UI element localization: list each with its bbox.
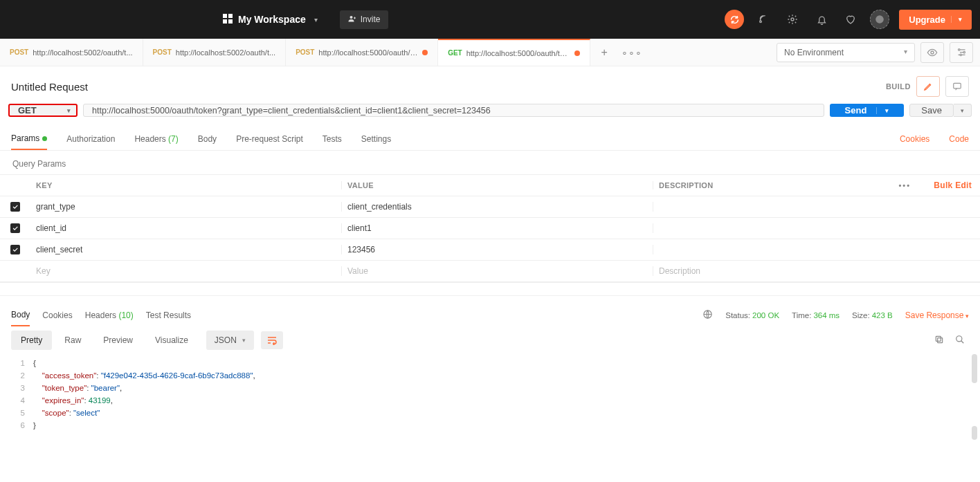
new-tab-button[interactable]: +: [590, 39, 618, 66]
app-topbar: My Workspace ▾ Invite Upgrade ▾: [0, 0, 980, 39]
invite-button[interactable]: Invite: [340, 10, 389, 29]
code-line: 6}: [11, 419, 980, 432]
send-label: Send: [845, 105, 867, 115]
response-status: Status:200 OK: [725, 311, 779, 319]
network-icon[interactable]: [702, 309, 713, 322]
tab-body[interactable]: Body: [198, 129, 217, 149]
col-value: VALUE: [342, 181, 653, 189]
params-table: KEY VALUE DESCRIPTION ••• Bulk Edit gran…: [0, 174, 980, 283]
param-key[interactable]: grant_type: [30, 202, 342, 212]
tab-prerequest[interactable]: Pre-request Script: [236, 129, 303, 149]
edit-icon[interactable]: [916, 76, 940, 97]
bell-icon[interactable]: [812, 10, 831, 29]
save-button[interactable]: Save: [909, 104, 954, 117]
params-row[interactable]: client_id client1: [0, 218, 980, 239]
chevron-down-icon[interactable]: ▾: [876, 107, 889, 114]
request-tab[interactable]: GET http://localhost:5000/oauth/tok...: [438, 39, 590, 66]
bulk-edit-link[interactable]: Bulk Edit: [925, 180, 980, 190]
request-tab[interactable]: POST http://localhost:5002/oauth/t...: [0, 39, 143, 66]
wrap-lines-icon[interactable]: [261, 331, 283, 349]
cookies-link[interactable]: Cookies: [900, 129, 929, 149]
view-preview[interactable]: Preview: [93, 331, 143, 350]
method-select[interactable]: GET ▾: [8, 104, 78, 117]
param-key[interactable]: client_id: [30, 223, 342, 233]
chevron-down-icon[interactable]: ▾: [951, 16, 962, 23]
desc-placeholder[interactable]: Description: [653, 266, 980, 276]
params-row[interactable]: grant_type client_credentials: [0, 196, 980, 218]
param-key[interactable]: client_secret: [30, 245, 342, 254]
svg-rect-11: [954, 83, 961, 89]
copy-icon[interactable]: [930, 332, 948, 349]
params-dot-icon: [42, 136, 47, 141]
environment-select[interactable]: No Environment: [777, 43, 915, 62]
svg-rect-0: [223, 14, 227, 18]
svg-rect-13: [938, 337, 943, 342]
more-actions-icon[interactable]: •••: [884, 181, 925, 189]
param-value[interactable]: client1: [342, 223, 653, 233]
person-plus-icon: [348, 15, 356, 25]
tab-overflow-button[interactable]: ∘∘∘: [618, 39, 646, 66]
comments-icon[interactable]: [945, 76, 969, 97]
tab-method: POST: [153, 48, 172, 56]
value-placeholder[interactable]: Value: [342, 266, 653, 276]
satellite-icon[interactable]: [754, 10, 773, 29]
scrollbar-thumb[interactable]: [972, 354, 977, 383]
resp-tab-tests[interactable]: Test Results: [146, 305, 191, 326]
gear-icon[interactable]: [783, 10, 802, 29]
save-dropdown-button[interactable]: ▾: [954, 104, 972, 117]
send-button[interactable]: Send ▾: [830, 104, 905, 117]
view-pretty[interactable]: Pretty: [11, 331, 52, 350]
row-checkbox[interactable]: [10, 223, 20, 233]
response-view-bar: Pretty Raw Preview Visualize JSON▾: [0, 326, 980, 354]
request-header: Untitled Request BUILD: [0, 66, 980, 104]
key-placeholder[interactable]: Key: [30, 266, 342, 276]
code-line: 1{: [11, 357, 980, 369]
scrollbar-thumb[interactable]: [972, 426, 977, 440]
method-value: GET: [18, 105, 37, 115]
environment-preview-button[interactable]: [920, 42, 944, 63]
invite-label: Invite: [361, 15, 381, 24]
tab-settings[interactable]: Settings: [361, 129, 391, 149]
row-checkbox[interactable]: [10, 202, 20, 212]
tab-tests[interactable]: Tests: [323, 129, 342, 149]
response-time: Time:364 ms: [792, 311, 840, 319]
heart-icon[interactable]: [841, 10, 860, 29]
param-value[interactable]: client_credentials: [342, 202, 653, 212]
response-body[interactable]: 1{2 "access_token": "f429e042-435d-4626-…: [0, 354, 980, 440]
resp-tab-headers[interactable]: Headers (10): [85, 305, 134, 326]
save-response-button[interactable]: Save Response: [905, 310, 969, 320]
view-raw[interactable]: Raw: [55, 331, 91, 350]
tab-params[interactable]: Params: [11, 128, 47, 150]
resp-tab-body[interactable]: Body: [11, 304, 30, 326]
format-select[interactable]: JSON▾: [206, 331, 254, 350]
url-value: http://localhost:5000/oauth/token?grant_…: [92, 106, 491, 115]
tab-authorization[interactable]: Authorization: [66, 129, 115, 149]
tab-method: POST: [296, 48, 314, 56]
sync-icon[interactable]: [725, 10, 744, 29]
col-description: DESCRIPTION: [653, 181, 884, 189]
tab-label: http://localhost:5000/oauth/to...: [318, 48, 418, 57]
workspace-name[interactable]: My Workspace: [238, 14, 306, 25]
search-icon[interactable]: [951, 332, 969, 349]
request-tab[interactable]: POST http://localhost:5002/oauth/t...: [143, 39, 287, 66]
line-number: 4: [11, 394, 33, 407]
view-visualize[interactable]: Visualize: [145, 331, 198, 350]
upgrade-button[interactable]: Upgrade ▾: [899, 10, 972, 30]
svg-point-5: [791, 18, 794, 21]
params-row[interactable]: client_secret 123456: [0, 239, 980, 261]
chevron-down-icon[interactable]: ▾: [314, 16, 318, 24]
environment-settings-button[interactable]: [950, 42, 973, 63]
request-title[interactable]: Untitled Request: [11, 81, 88, 93]
param-value[interactable]: 123456: [342, 245, 653, 254]
code-link[interactable]: Code: [949, 129, 969, 149]
url-input[interactable]: http://localhost:5000/oauth/token?grant_…: [83, 104, 824, 117]
build-label: BUILD: [886, 82, 911, 91]
user-avatar[interactable]: [870, 10, 889, 29]
svg-rect-3: [228, 19, 233, 24]
resp-tab-cookies[interactable]: Cookies: [42, 305, 72, 326]
svg-point-6: [875, 15, 884, 24]
tab-headers[interactable]: Headers (7): [134, 129, 178, 149]
row-checkbox[interactable]: [10, 245, 20, 254]
params-empty-row[interactable]: Key Value Description: [0, 261, 980, 282]
request-tab[interactable]: POST http://localhost:5000/oauth/to...: [286, 39, 438, 66]
